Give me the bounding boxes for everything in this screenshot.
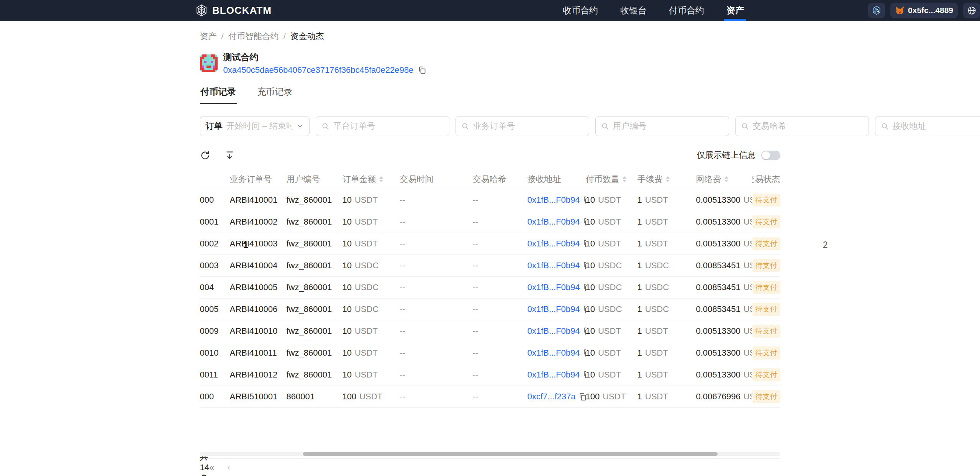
business-order-input[interactable] bbox=[473, 121, 583, 131]
receive-address-link[interactable]: 0x1fB...F0b94 bbox=[528, 217, 580, 227]
receive-address-cell: 0x1fB...F0b94 bbox=[528, 195, 586, 205]
column-header-network_fee[interactable]: 网络费 bbox=[696, 174, 752, 185]
horizontal-scrollbar-thumb[interactable] bbox=[303, 452, 718, 456]
amount-value: 10 bbox=[586, 195, 595, 205]
cell-text: fwz_860001 bbox=[287, 195, 332, 205]
prev-page-button[interactable]: ‹ bbox=[227, 462, 230, 473]
nav-item-receive-contract[interactable]: 收币合约 bbox=[557, 0, 603, 21]
amount-value: 10 bbox=[586, 217, 595, 227]
horizontal-scrollbar-track[interactable] bbox=[200, 452, 780, 456]
fee-cell: 1USDT bbox=[637, 217, 696, 227]
breadcrumb: 资产 / 付币智能合约 / 资金动态 bbox=[200, 31, 780, 42]
column-header-fee[interactable]: 手续费 bbox=[637, 174, 696, 185]
sort-icon[interactable] bbox=[379, 176, 383, 182]
column-header-business_no: 业务订单号 bbox=[230, 174, 287, 185]
breadcrumb-separator: / bbox=[221, 31, 224, 41]
user-no-cell: fwz_860001 bbox=[287, 195, 343, 205]
page-button-1[interactable]: 1 bbox=[243, 240, 810, 476]
receive-address-link[interactable]: 0x1fB...F0b94 bbox=[528, 195, 580, 205]
onchain-only-toggle[interactable] bbox=[761, 151, 780, 160]
column-header-label: 交易状态 bbox=[752, 174, 780, 185]
nav-item-cashier[interactable]: 收银台 bbox=[615, 0, 652, 21]
page-button-2[interactable]: 2 bbox=[823, 240, 980, 476]
search-icon bbox=[881, 122, 889, 130]
search-icon bbox=[601, 122, 609, 130]
column-header-label: 接收地址 bbox=[528, 174, 561, 185]
copy-icon[interactable] bbox=[582, 217, 585, 227]
order-amount-cell: 10USDT bbox=[343, 217, 400, 227]
tx-hash-cell: -- bbox=[473, 195, 528, 205]
column-header-address: 接收地址 bbox=[528, 174, 586, 185]
column-header-pay_amount[interactable]: 付币数量 bbox=[586, 174, 637, 185]
breadcrumb-separator: / bbox=[284, 31, 286, 41]
column-header-user_no: 用户编号 bbox=[287, 174, 343, 185]
language-button[interactable] bbox=[963, 3, 980, 18]
first-page-button[interactable]: « bbox=[209, 462, 214, 473]
sort-asc-caret bbox=[724, 176, 728, 179]
business-order-cell: ARBI410001 bbox=[230, 195, 287, 205]
sort-icon[interactable] bbox=[623, 176, 626, 182]
platform-order-search bbox=[316, 116, 449, 136]
tx-time-cell: -- bbox=[400, 217, 473, 227]
breadcrumb-pay-contract[interactable]: 付币智能合约 bbox=[228, 31, 279, 42]
copy-icon[interactable] bbox=[582, 195, 585, 205]
network-fee-cell: 0.00513300USDT bbox=[696, 217, 752, 227]
column-header-label: 网络费 bbox=[696, 174, 721, 185]
wallet-button[interactable]: 0x5fc...4889 bbox=[890, 3, 958, 18]
search-icon bbox=[741, 122, 749, 130]
cell-text: fwz_860001 bbox=[287, 217, 332, 227]
cell-text: -- bbox=[400, 195, 406, 205]
wallet-address: 0x5fc...4889 bbox=[908, 6, 953, 15]
user-no-cell: fwz_860001 bbox=[287, 217, 343, 227]
pagination: « ‹ 1 2 › » 每页10 条 bbox=[209, 240, 980, 476]
refresh-icon[interactable] bbox=[200, 150, 211, 161]
order-time-range-select[interactable]: 订单 开始时间 – 结束时间 bbox=[200, 116, 310, 136]
tab-deposit-records[interactable]: 充币记录 bbox=[257, 86, 293, 104]
copy-icon[interactable] bbox=[417, 65, 427, 75]
breadcrumb-assets[interactable]: 资产 bbox=[200, 31, 217, 42]
export-download-icon[interactable] bbox=[225, 150, 235, 161]
platform-order-cell: 000 bbox=[200, 195, 230, 205]
table-footer: 共 14 条 « ‹ 1 2 › » 每页10 条 bbox=[200, 458, 780, 476]
top-navbar: BLOCKATM 收币合约 收银台 付币合约 资产 bbox=[0, 0, 980, 21]
breadcrumb-fund-activity: 资金动态 bbox=[290, 31, 324, 42]
status-cell: 待支付 bbox=[752, 215, 780, 228]
platform-order-input[interactable] bbox=[333, 121, 444, 131]
column-header-amount[interactable]: 订单金额 bbox=[343, 174, 400, 185]
cell-text: -- bbox=[473, 217, 479, 227]
user-no-input[interactable] bbox=[613, 121, 723, 131]
currency-unit: USDT bbox=[598, 217, 621, 227]
brand-name: BLOCKATM bbox=[212, 5, 272, 16]
nav-right-cluster: 0x5fc...4889 bbox=[868, 0, 980, 21]
order-select-prefix: 订单 bbox=[206, 120, 223, 132]
currency-unit: USDT bbox=[744, 217, 752, 227]
pay-amount-cell: 10USDT bbox=[586, 195, 637, 205]
receive-address-input[interactable] bbox=[893, 121, 980, 131]
sort-desc-caret bbox=[623, 180, 626, 182]
tab-pay-records[interactable]: 付币记录 bbox=[200, 86, 237, 104]
tx-hash-input[interactable] bbox=[753, 121, 863, 131]
brand-logo[interactable]: BLOCKATM bbox=[195, 0, 272, 21]
search-icon bbox=[461, 122, 469, 130]
contract-identicon-avatar bbox=[200, 54, 218, 72]
sort-asc-caret bbox=[379, 176, 383, 179]
sort-asc-caret bbox=[623, 176, 626, 179]
amount-value: 1 bbox=[637, 195, 642, 205]
globe-icon bbox=[967, 6, 977, 15]
nav-item-assets[interactable]: 资产 bbox=[721, 0, 749, 21]
column-header-label: 用户编号 bbox=[287, 174, 320, 185]
currency-unit: USDT bbox=[355, 217, 378, 227]
nav-item-pay-contract[interactable]: 付币合约 bbox=[664, 0, 710, 21]
amount-value: 0.00513300 bbox=[696, 217, 741, 227]
sort-icon[interactable] bbox=[724, 176, 728, 182]
search-icon bbox=[321, 122, 329, 130]
tx-time-cell: -- bbox=[400, 195, 473, 205]
network-button[interactable] bbox=[868, 3, 885, 18]
contract-address-link[interactable]: 0xa450c5dae56b4067ce37176f36bc45fa0e22e9… bbox=[223, 65, 414, 75]
column-header-tx_hash: 交易哈希 bbox=[473, 174, 528, 185]
sort-desc-caret bbox=[379, 180, 383, 182]
nav-menu: 收币合约 收银台 付币合约 资产 bbox=[557, 0, 749, 21]
pay-amount-cell: 10USDT bbox=[586, 217, 637, 227]
business-order-cell: ARBI410002 bbox=[230, 217, 287, 227]
sort-icon[interactable] bbox=[666, 176, 670, 182]
